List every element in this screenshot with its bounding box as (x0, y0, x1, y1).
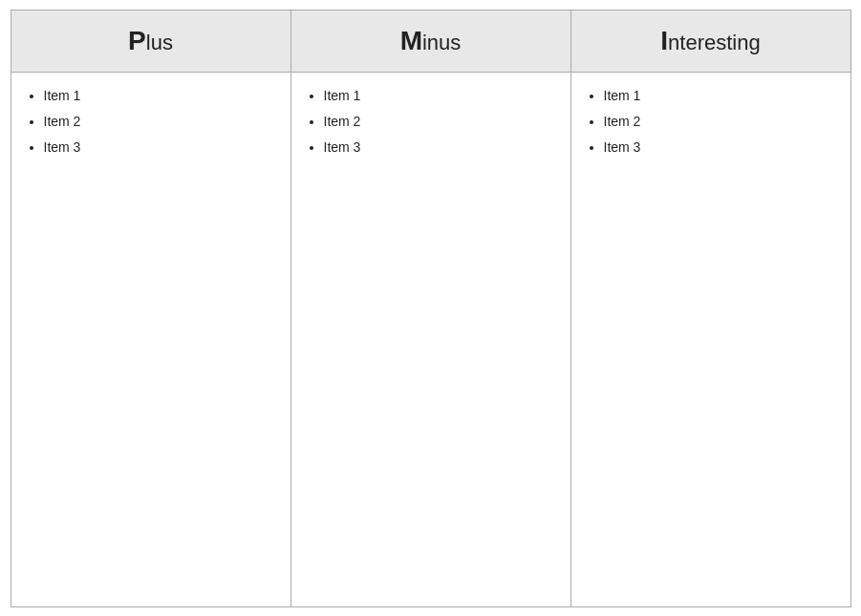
list-item: Item 1 (44, 84, 281, 108)
list-item: Item 2 (604, 110, 841, 134)
plus-list: Item 1 Item 2 Item 3 (27, 84, 281, 160)
interesting-list: Item 1 Item 2 Item 3 (587, 84, 841, 160)
plus-header: Plus (11, 11, 291, 73)
header-row: Plus Minus Interesting (11, 11, 850, 73)
plus-label-rest: lus (146, 31, 173, 54)
list-item: Item 2 (324, 110, 561, 134)
minus-cell: Item 1 Item 2 Item 3 (291, 73, 570, 607)
minus-list: Item 1 Item 2 Item 3 (307, 84, 561, 160)
minus-first-letter: M (400, 26, 422, 55)
pmi-table: Plus Minus Interesting Item 1 Item 2 Ite… (11, 10, 851, 607)
interesting-header: Interesting (570, 11, 850, 73)
interesting-cell: Item 1 Item 2 Item 3 (570, 73, 850, 607)
interesting-label-rest: nteresting (668, 31, 761, 54)
list-item: Item 2 (44, 110, 281, 134)
minus-header: Minus (291, 11, 570, 73)
list-item: Item 3 (324, 136, 561, 159)
plus-first-letter: P (128, 26, 146, 55)
minus-label-rest: inus (422, 31, 461, 54)
list-item: Item 1 (604, 84, 841, 108)
list-item: Item 3 (44, 136, 281, 159)
interesting-first-letter: I (660, 26, 668, 55)
list-item: Item 1 (324, 84, 561, 108)
plus-cell: Item 1 Item 2 Item 3 (11, 73, 291, 607)
content-row: Item 1 Item 2 Item 3 Item 1 Item 2 Item … (11, 73, 850, 607)
list-item: Item 3 (604, 136, 841, 159)
